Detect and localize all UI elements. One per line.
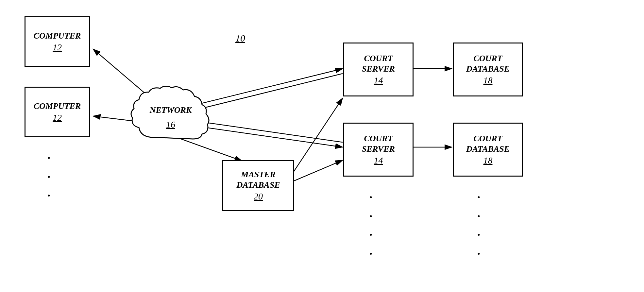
arrows-svg — [0, 0, 644, 292]
court-server2-box: COURTSERVER 14 — [343, 123, 414, 177]
court-database-dots: ···· — [477, 188, 482, 263]
network-cloud: NETWORK 16 — [127, 85, 214, 152]
label-10: 10 — [235, 33, 245, 44]
master-database-box: MASTERDATABASE 20 — [222, 160, 294, 211]
court-server1-number: 14 — [374, 75, 383, 86]
court-server-dots: ···· — [369, 188, 374, 263]
court-database2-label: COURTDATABASE — [466, 133, 510, 154]
court-database1-number: 18 — [483, 75, 493, 86]
master-database-number: 20 — [254, 191, 263, 202]
court-server2-number: 14 — [374, 155, 383, 166]
court-server2-label: COURTSERVER — [362, 133, 395, 154]
court-database2-box: COURTDATABASE 18 — [453, 123, 523, 177]
svg-line-10 — [293, 160, 343, 181]
court-server1-label: COURTSERVER — [362, 53, 395, 74]
computer2-label: COMPUTER — [34, 101, 81, 111]
svg-line-9 — [293, 98, 343, 173]
computer-dots: ··· — [47, 149, 52, 205]
computer1-box: COMPUTER 12 — [25, 16, 90, 67]
svg-text:NETWORK: NETWORK — [149, 105, 192, 115]
master-database-label: MASTERDATABASE — [237, 169, 280, 190]
court-database1-label: COURTDATABASE — [466, 53, 510, 74]
computer1-number: 12 — [53, 42, 62, 53]
computer2-number: 12 — [53, 112, 62, 123]
court-server1-box: COURTSERVER 14 — [343, 43, 414, 96]
computer1-label: COMPUTER — [34, 31, 81, 41]
court-database2-number: 18 — [483, 155, 493, 166]
computer2-box: COMPUTER 12 — [25, 87, 90, 137]
court-database1-box: COURTDATABASE 18 — [453, 43, 523, 96]
diagram: 10 COMPUTER 12 COMPUTER 12 ··· NETWORK 1… — [0, 0, 644, 292]
svg-text:16: 16 — [166, 119, 175, 129]
